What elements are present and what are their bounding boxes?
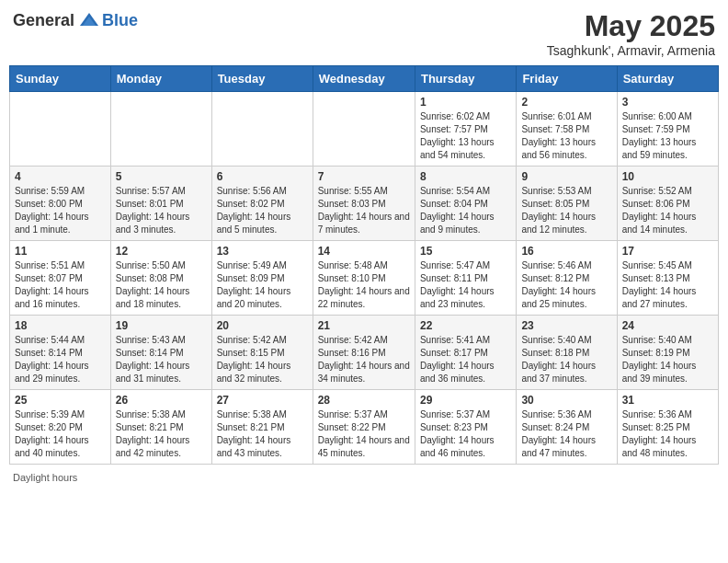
day-info: Sunrise: 5:45 AM Sunset: 8:13 PM Dayligh… [622,259,713,311]
day-number: 28 [318,394,410,407]
weekday-header-thursday: Thursday [415,66,516,92]
day-number: 31 [622,394,713,407]
calendar-week-row: 1Sunrise: 6:02 AM Sunset: 7:57 PM Daylig… [10,92,719,167]
day-number: 13 [217,245,308,258]
footer: Daylight hours [9,472,719,483]
day-number: 4 [15,170,106,183]
day-info: Sunrise: 5:57 AM Sunset: 8:01 PM Dayligh… [116,185,207,236]
day-info: Sunrise: 5:51 AM Sunset: 8:07 PM Dayligh… [15,259,106,311]
calendar-cell: 8Sunrise: 5:54 AM Sunset: 8:04 PM Daylig… [415,167,516,241]
day-info: Sunrise: 6:01 AM Sunset: 7:58 PM Dayligh… [521,110,611,162]
calendar-cell: 2Sunrise: 6:01 AM Sunset: 7:58 PM Daylig… [517,92,617,167]
day-number: 29 [420,394,511,407]
calendar-cell: 16Sunrise: 5:46 AM Sunset: 8:12 PM Dayli… [517,241,617,316]
weekday-header-wednesday: Wednesday [313,66,415,92]
calendar-week-row: 4Sunrise: 5:59 AM Sunset: 8:00 PM Daylig… [10,167,719,241]
day-number: 20 [217,319,308,332]
day-number: 22 [420,319,511,332]
calendar-cell: 31Sunrise: 5:36 AM Sunset: 8:25 PM Dayli… [617,390,718,465]
calendar-cell: 5Sunrise: 5:57 AM Sunset: 8:01 PM Daylig… [110,167,211,241]
weekday-header-tuesday: Tuesday [211,66,313,92]
day-number: 1 [420,96,511,109]
day-number: 15 [420,245,511,258]
calendar-cell: 6Sunrise: 5:56 AM Sunset: 8:02 PM Daylig… [211,167,313,241]
weekday-header-row: SundayMondayTuesdayWednesdayThursdayFrid… [10,66,719,92]
day-info: Sunrise: 5:38 AM Sunset: 8:21 PM Dayligh… [217,408,308,460]
day-number: 26 [116,394,207,407]
day-number: 18 [15,319,106,332]
day-info: Sunrise: 5:52 AM Sunset: 8:06 PM Dayligh… [622,185,713,236]
day-info: Sunrise: 5:54 AM Sunset: 8:04 PM Dayligh… [420,185,511,236]
logo-icon [78,9,100,31]
day-info: Sunrise: 5:48 AM Sunset: 8:10 PM Dayligh… [318,259,410,311]
weekday-header-sunday: Sunday [10,66,111,92]
day-info: Sunrise: 5:36 AM Sunset: 8:24 PM Dayligh… [521,408,611,460]
location-subtitle: Tsaghkunk', Armavir, Armenia [547,43,715,58]
day-info: Sunrise: 5:47 AM Sunset: 8:11 PM Dayligh… [420,259,511,311]
day-number: 10 [622,170,713,183]
month-title: May 2025 [547,9,715,43]
day-number: 11 [15,245,106,258]
calendar-cell: 9Sunrise: 5:53 AM Sunset: 8:05 PM Daylig… [517,167,617,241]
calendar-cell: 3Sunrise: 6:00 AM Sunset: 7:59 PM Daylig… [617,92,718,167]
day-number: 12 [116,245,207,258]
calendar-cell: 17Sunrise: 5:45 AM Sunset: 8:13 PM Dayli… [617,241,718,316]
day-info: Sunrise: 5:55 AM Sunset: 8:03 PM Dayligh… [318,185,410,236]
calendar-week-row: 11Sunrise: 5:51 AM Sunset: 8:07 PM Dayli… [10,241,719,316]
day-number: 2 [521,96,611,109]
day-number: 21 [318,319,410,332]
day-number: 7 [318,170,410,183]
calendar-cell: 18Sunrise: 5:44 AM Sunset: 8:14 PM Dayli… [10,316,111,390]
calendar-cell: 15Sunrise: 5:47 AM Sunset: 8:11 PM Dayli… [415,241,516,316]
day-number: 16 [521,245,611,258]
day-info: Sunrise: 5:50 AM Sunset: 8:08 PM Dayligh… [116,259,207,311]
day-number: 3 [622,96,713,109]
day-info: Sunrise: 5:43 AM Sunset: 8:14 PM Dayligh… [116,334,207,385]
day-number: 27 [217,394,308,407]
calendar-cell: 20Sunrise: 5:42 AM Sunset: 8:15 PM Dayli… [211,316,313,390]
day-info: Sunrise: 5:40 AM Sunset: 8:19 PM Dayligh… [622,334,713,385]
day-number: 24 [622,319,713,332]
day-number: 9 [521,170,611,183]
calendar-cell: 25Sunrise: 5:39 AM Sunset: 8:20 PM Dayli… [10,390,111,465]
weekday-header-friday: Friday [517,66,617,92]
page-header: General Blue May 2025 Tsaghkunk', Armavi… [9,9,719,58]
calendar-cell: 26Sunrise: 5:38 AM Sunset: 8:21 PM Dayli… [110,390,211,465]
calendar-cell: 13Sunrise: 5:49 AM Sunset: 8:09 PM Dayli… [211,241,313,316]
day-info: Sunrise: 5:36 AM Sunset: 8:25 PM Dayligh… [622,408,713,460]
calendar-cell: 30Sunrise: 5:36 AM Sunset: 8:24 PM Dayli… [517,390,617,465]
day-number: 5 [116,170,207,183]
title-block: May 2025 Tsaghkunk', Armavir, Armenia [547,9,715,58]
day-info: Sunrise: 5:56 AM Sunset: 8:02 PM Dayligh… [217,185,308,236]
calendar-cell: 1Sunrise: 6:02 AM Sunset: 7:57 PM Daylig… [415,92,516,167]
day-info: Sunrise: 5:44 AM Sunset: 8:14 PM Dayligh… [15,334,106,385]
calendar-week-row: 25Sunrise: 5:39 AM Sunset: 8:20 PM Dayli… [10,390,719,465]
logo: General Blue [13,9,138,31]
day-number: 19 [116,319,207,332]
calendar-cell: 4Sunrise: 5:59 AM Sunset: 8:00 PM Daylig… [10,167,111,241]
day-info: Sunrise: 5:49 AM Sunset: 8:09 PM Dayligh… [217,259,308,311]
day-info: Sunrise: 5:38 AM Sunset: 8:21 PM Dayligh… [116,408,207,460]
calendar-cell: 29Sunrise: 5:37 AM Sunset: 8:23 PM Dayli… [415,390,516,465]
calendar-cell: 10Sunrise: 5:52 AM Sunset: 8:06 PM Dayli… [617,167,718,241]
day-number: 25 [15,394,106,407]
calendar-cell: 27Sunrise: 5:38 AM Sunset: 8:21 PM Dayli… [211,390,313,465]
day-number: 8 [420,170,511,183]
day-info: Sunrise: 5:39 AM Sunset: 8:20 PM Dayligh… [15,408,106,460]
daylight-label: Daylight hours [13,472,77,483]
logo-general: General [13,11,74,30]
day-number: 23 [521,319,611,332]
calendar-cell: 28Sunrise: 5:37 AM Sunset: 8:22 PM Dayli… [313,390,415,465]
calendar-cell: 12Sunrise: 5:50 AM Sunset: 8:08 PM Dayli… [110,241,211,316]
day-info: Sunrise: 5:40 AM Sunset: 8:18 PM Dayligh… [521,334,611,385]
day-info: Sunrise: 5:37 AM Sunset: 8:22 PM Dayligh… [318,408,410,460]
day-info: Sunrise: 5:41 AM Sunset: 8:17 PM Dayligh… [420,334,511,385]
calendar-cell: 19Sunrise: 5:43 AM Sunset: 8:14 PM Dayli… [110,316,211,390]
day-info: Sunrise: 5:37 AM Sunset: 8:23 PM Dayligh… [420,408,511,460]
calendar-cell: 21Sunrise: 5:42 AM Sunset: 8:16 PM Dayli… [313,316,415,390]
day-info: Sunrise: 5:42 AM Sunset: 8:16 PM Dayligh… [318,334,410,385]
day-info: Sunrise: 6:00 AM Sunset: 7:59 PM Dayligh… [622,110,713,162]
day-number: 6 [217,170,308,183]
calendar-cell: 22Sunrise: 5:41 AM Sunset: 8:17 PM Dayli… [415,316,516,390]
day-number: 17 [622,245,713,258]
